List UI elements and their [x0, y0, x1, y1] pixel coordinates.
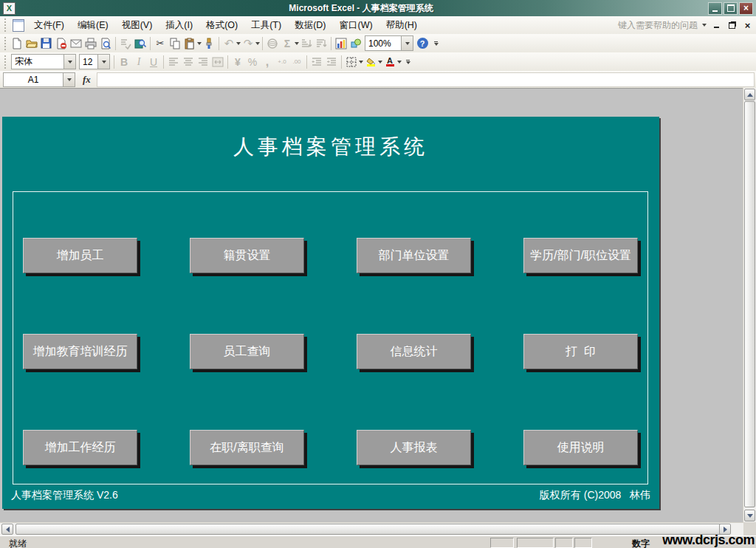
menu-window[interactable]: 窗口(W) [333, 17, 379, 34]
help-icon[interactable]: ? [415, 36, 430, 51]
chart-wizard-icon[interactable] [334, 36, 348, 51]
add-education-training-button[interactable]: 增加教育培训经历 [23, 334, 137, 369]
menu-file[interactable]: 文件(F) [27, 17, 71, 34]
menu-edit[interactable]: 编辑(E) [71, 17, 115, 34]
merge-center-icon[interactable] [210, 55, 225, 69]
currency-icon[interactable]: ¥ [230, 55, 245, 69]
borders-icon[interactable] [344, 55, 359, 69]
scroll-down-button[interactable] [744, 510, 755, 521]
align-right-icon[interactable] [196, 55, 210, 69]
usage-instructions-button[interactable]: 使用说明 [523, 430, 638, 465]
font-dropdown-button[interactable] [63, 55, 75, 69]
vertical-scrollbar[interactable] [743, 88, 756, 522]
comma-icon[interactable]: , [260, 55, 275, 69]
workbook-restore-button[interactable] [726, 21, 738, 30]
scroll-up-button[interactable] [744, 89, 755, 100]
chevron-down-icon [67, 78, 72, 81]
name-box-dropdown-button[interactable] [63, 73, 75, 86]
align-center-icon[interactable] [181, 55, 196, 69]
maximize-button[interactable] [724, 2, 738, 15]
fill-color-icon[interactable] [363, 55, 378, 69]
ready-status: 就绪 [9, 538, 27, 548]
information-statistics-button[interactable]: 信息统计 [357, 334, 471, 369]
increase-indent-icon[interactable] [324, 55, 339, 69]
menu-format[interactable]: 格式(O) [199, 17, 244, 34]
workbook-close-button[interactable]: × [742, 21, 753, 30]
zoom-dropdown-button[interactable] [401, 36, 413, 50]
italic-icon[interactable]: I [131, 55, 146, 69]
permission-icon[interactable] [54, 36, 69, 51]
font-size-value: 12 [80, 57, 97, 67]
menu-help[interactable]: 帮助(H) [379, 17, 424, 34]
align-left-icon[interactable] [166, 55, 181, 69]
menu-data[interactable]: 数据(D) [288, 17, 332, 34]
toolbar-grip[interactable] [4, 18, 7, 32]
name-box[interactable]: A1 [3, 72, 75, 87]
copy-icon[interactable] [168, 36, 182, 51]
format-painter-icon[interactable] [202, 36, 216, 51]
hr-report-button[interactable]: 人事报表 [357, 430, 471, 465]
formula-input[interactable] [97, 72, 755, 87]
active-resigned-query-button[interactable]: 在职/离职查询 [190, 430, 304, 465]
increase-decimal-icon[interactable]: +.0 [275, 55, 289, 69]
toolbar-options-button[interactable] [403, 55, 413, 69]
font-size-combo[interactable]: 12 [79, 54, 110, 69]
drawing-icon[interactable] [348, 36, 363, 51]
new-icon[interactable] [10, 36, 24, 51]
research-icon[interactable] [133, 36, 148, 51]
autosum-icon[interactable]: Σ [280, 36, 295, 51]
native-place-settings-button[interactable]: 籍贯设置 [190, 238, 304, 273]
decrease-indent-icon[interactable] [309, 55, 324, 69]
open-icon[interactable] [24, 36, 39, 51]
font-name-combo[interactable]: 宋体 [11, 54, 76, 69]
sort-ascending-icon[interactable] [299, 36, 314, 51]
workbook-minimize-button[interactable] [711, 21, 722, 30]
close-button[interactable]: × [739, 2, 753, 15]
cut-icon[interactable]: ✂ [153, 36, 168, 51]
help-question-input[interactable]: 键入需要帮助的问题 [618, 19, 698, 32]
font-size-dropdown-button[interactable] [97, 55, 109, 69]
education-department-position-settings-button[interactable]: 学历/部门/职位设置 [523, 238, 638, 273]
insert-function-button[interactable]: fx [83, 74, 91, 86]
toolbar-grip[interactable] [4, 37, 7, 50]
scroll-left-button[interactable] [1, 524, 13, 535]
sort-descending-icon[interactable] [314, 36, 329, 51]
horizontal-scrollbar[interactable] [0, 522, 743, 536]
insert-hyperlink-icon[interactable] [265, 36, 280, 51]
print-icon[interactable] [83, 36, 98, 51]
toolbar-options-button[interactable] [431, 36, 441, 51]
bold-icon[interactable]: B [117, 55, 131, 69]
zoom-combo[interactable]: 100% [365, 35, 413, 51]
print-button[interactable]: 打 印 [523, 334, 638, 369]
redo-options-chevron[interactable] [255, 42, 260, 45]
panel-footer: 人事档案管理系统 V2.6 版权所有 (C)2008 林伟 [11, 489, 650, 502]
excel-logo-icon: X [3, 2, 16, 15]
chevron-down-icon [405, 42, 410, 45]
undo-icon[interactable]: ↶ [221, 36, 236, 51]
save-icon[interactable] [39, 36, 54, 51]
department-unit-settings-button[interactable]: 部门单位设置 [357, 238, 471, 273]
menu-view[interactable]: 视图(V) [115, 17, 159, 34]
font-color-options-chevron[interactable] [397, 61, 402, 64]
minimize-button[interactable] [708, 2, 722, 15]
add-employee-button[interactable]: 增加员工 [23, 238, 137, 273]
chevron-down-icon[interactable] [702, 24, 707, 27]
paste-icon[interactable] [182, 36, 197, 51]
percent-icon[interactable]: % [245, 55, 260, 69]
horizontal-scroll-thumb[interactable] [16, 524, 729, 535]
print-preview-icon[interactable] [98, 36, 113, 51]
redo-icon[interactable]: ↷ [241, 36, 255, 51]
employee-query-button[interactable]: 员工查询 [190, 334, 304, 369]
menu-tools[interactable]: 工具(T) [244, 17, 288, 34]
mail-icon[interactable] [69, 36, 83, 51]
toolbar-grip[interactable] [4, 55, 7, 69]
add-work-experience-button[interactable]: 增加工作经历 [23, 430, 137, 465]
menu-insert[interactable]: 插入(I) [159, 17, 199, 34]
spelling-icon[interactable] [118, 36, 133, 51]
decrease-decimal-icon[interactable]: .00 [289, 55, 304, 69]
status-pane [574, 538, 592, 548]
vertical-scroll-thumb[interactable] [744, 101, 755, 507]
font-color-icon[interactable]: A [382, 55, 397, 69]
underline-icon[interactable]: U [146, 55, 161, 69]
separator [227, 55, 228, 69]
